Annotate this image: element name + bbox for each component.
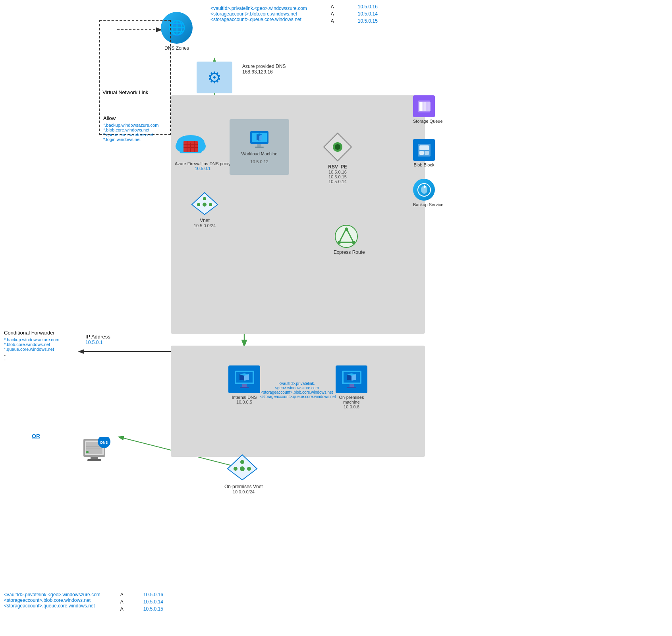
dns-record-1-name: <vaultId>.privatelink.<geo>.windowszure.…	[210, 6, 307, 11]
dns-bot-record-2-ip: 10.5.0.14	[143, 599, 163, 605]
svg-rect-35	[423, 102, 427, 111]
workload-machine-container: Workload Machine 10.5.0.12	[230, 119, 289, 175]
svg-rect-34	[419, 102, 423, 111]
allow-domain-4: *.login.windows.net	[103, 137, 158, 142]
cond-domain-1: *.backup.windowsazure.com	[4, 337, 59, 342]
cond-domain-3: *.queue.core.windows.net	[4, 347, 59, 352]
dns-records-top: <vaultId>.privatelink.<geo>.windowszure.…	[210, 4, 378, 24]
dns-bot-record-1-ip: 10.5.0.16	[143, 592, 163, 597]
svg-point-64	[240, 460, 244, 464]
svg-rect-74	[87, 459, 101, 461]
svg-rect-29	[255, 147, 264, 148]
storage-queue-icon	[413, 95, 435, 117]
dns-record-2-name: <storageaccount>.blob.core.windows.net	[210, 11, 307, 17]
svg-rect-58	[350, 384, 354, 387]
dns-records-bottom: <vaultId>.privatelink.<geo>.windowszure.…	[4, 592, 163, 612]
rsv-label: RSV_PE	[322, 164, 353, 170]
onprem-vnet-container: On-premises Vnet 10.0.0.0/24	[224, 453, 263, 494]
backup-service-label: Backup Service	[413, 202, 443, 207]
dns-bot-record-3-ip: 10.5.0.15	[143, 606, 163, 612]
storage-queue-label: Storage Queue	[413, 119, 443, 124]
dns-bot-record-2-type: A	[120, 599, 124, 605]
svg-point-43	[203, 203, 207, 207]
cond-domain-5: ...	[4, 356, 59, 361]
dns-record-2-type: A	[331, 11, 334, 17]
svg-rect-54	[242, 384, 247, 387]
dns-bot-record-1-type: A	[120, 592, 124, 597]
svg-rect-36	[427, 102, 431, 111]
internal-dns-icon	[228, 365, 260, 393]
allow-section: Allow *.backup.windowsazure.com *.blob.c…	[103, 115, 158, 142]
rsv-container: RSV_PE 10.5.0.16 10.5.0.15 10.5.0.14	[322, 131, 353, 184]
onprem-vnet-label: On-premises Vnet	[224, 484, 263, 489]
svg-rect-40	[425, 151, 429, 155]
azure-firewall-container: Azure Firewall as DNS proxy 10.5.0.1	[175, 131, 231, 171]
onprem-machine-label: On-premises machine	[336, 395, 367, 404]
svg-point-44	[197, 203, 200, 206]
svg-point-61	[240, 466, 245, 471]
svg-rect-38	[419, 145, 429, 150]
ip-address-label: IP Address	[85, 334, 110, 340]
blob-block-container: Blob Block	[413, 139, 435, 167]
allow-domain-2: *.blob.core.windows.net	[103, 128, 158, 132]
conditional-forwarder-section: Conditional Forwarder *.backup.windowsaz…	[4, 330, 59, 361]
vnet-label: Vnet	[190, 218, 220, 223]
dns-res-1: <vaultId>.privatelink.<geo>.windowszure.…	[260, 381, 334, 390]
vnet-cidr: 10.5.0.0/24	[190, 223, 220, 228]
dns-resolution-labels: <vaultId>.privatelink.<geo>.windowszure.…	[260, 381, 334, 399]
virtual-network-link-label: Virtual Network Link	[102, 89, 148, 95]
conditional-forwarder-label: Conditional Forwarder	[4, 330, 59, 336]
or-label-container: OR	[32, 433, 40, 439]
express-route-container: Express Route	[334, 224, 365, 255]
internal-dns-label: Internal DNS	[228, 395, 260, 400]
allow-domain-1: *.backup.windowsazure.com	[103, 123, 158, 128]
svg-point-62	[234, 467, 238, 471]
firewall-ip: 10.5.0.1	[175, 166, 231, 171]
svg-text:DNS: DNS	[100, 441, 108, 445]
svg-rect-28	[257, 144, 261, 147]
vnet-container: Vnet 10.5.0.0/24	[190, 191, 220, 228]
svg-rect-55	[240, 387, 249, 388]
backup-service-icon	[413, 179, 435, 201]
express-route-label: Express Route	[334, 249, 365, 255]
svg-point-63	[247, 467, 251, 471]
rsv-ip-2: 10.5.0.15	[322, 174, 353, 179]
ip-address-section: IP Address 10.5.0.1	[85, 334, 110, 345]
workload-ip: 10.5.0.12	[250, 159, 268, 164]
dns-bot-record-1-name: <vaultId>.privatelink.<geo>.windowszure.…	[4, 592, 100, 597]
dns-record-2-ip: 10.5.0.14	[358, 11, 378, 17]
allow-label: Allow	[103, 115, 158, 121]
dns-record-3-name: <storageaccount>.queue.core.windows.net	[210, 17, 307, 22]
backup-service-container: Backup Service	[413, 179, 443, 207]
blob-block-label: Blob Block	[413, 162, 435, 167]
onprem-machine-ip: 10.0.0.6	[336, 404, 367, 409]
storage-queue-container: Storage Queue	[413, 95, 443, 124]
firewall-icon	[175, 131, 207, 163]
rsv-ip-1: 10.5.0.16	[322, 170, 353, 174]
workload-label: Workload Machine	[241, 151, 278, 156]
onprem-machine-container: On-premises machine 10.0.0.6	[336, 365, 367, 409]
svg-point-32	[335, 144, 340, 150]
svg-rect-59	[347, 387, 356, 388]
dns-res-2: <storageaccount>.blob.core.windows.net	[260, 390, 334, 394]
azure-dns-icon: ⚙	[197, 62, 232, 93]
cond-domain-2: *.blob.core.windows.net	[4, 342, 59, 347]
onprem-vnet-cidr: 10.0.0.0/24	[224, 489, 263, 494]
svg-point-70	[86, 451, 89, 453]
svg-point-51	[352, 241, 355, 244]
internal-dns-ip: 10.0.0.5	[228, 400, 260, 404]
rsv-ip-3: 10.5.0.14	[322, 179, 353, 184]
onprem-machine-icon	[336, 365, 367, 393]
dns-record-1-ip: 10.5.0.16	[358, 4, 378, 10]
svg-point-49	[345, 228, 348, 231]
svg-point-46	[203, 197, 206, 200]
dns-res-3: <storageaccount>.queue.core.windows.net	[260, 394, 334, 399]
azure-dns-label: Azure provided DNS 168.63.129.16	[242, 64, 286, 75]
onprem-region-box	[171, 346, 425, 457]
dns-record-1-type: A	[331, 4, 334, 10]
dns-server-container: DNS	[79, 437, 113, 470]
dns-bot-record-2-name: <storageaccount>.blob.core.windows.net	[4, 597, 100, 603]
or-label: OR	[32, 433, 40, 439]
internal-dns-container: Internal DNS 10.0.0.5	[228, 365, 260, 404]
svg-rect-39	[419, 151, 424, 155]
